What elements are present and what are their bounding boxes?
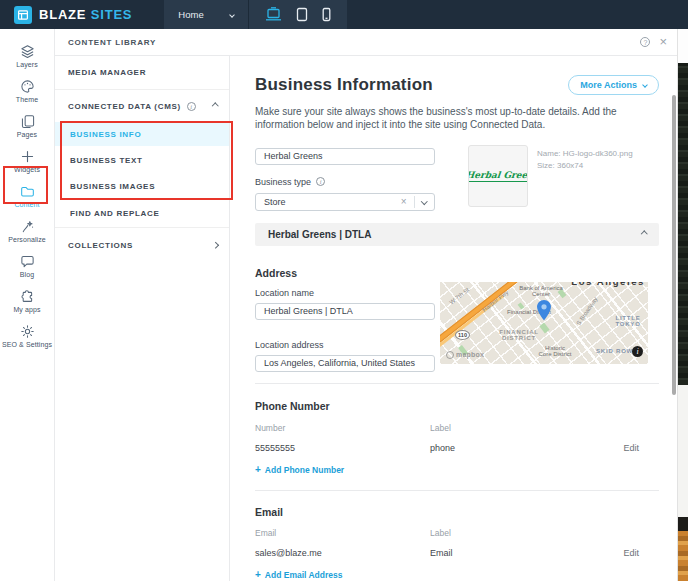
modal-title: CONTENT LIBRARY — [68, 38, 156, 47]
pages-icon — [20, 114, 35, 129]
content-library-nav: MEDIA MANAGER CONNECTED DATA (CMS) i BUS… — [55, 56, 230, 581]
sidebar-item-pages[interactable]: Pages — [0, 108, 54, 143]
location-accordion[interactable]: Herbal Greens | DTLA — [255, 223, 659, 246]
nav-media-manager[interactable]: MEDIA MANAGER — [55, 56, 229, 90]
brand: BLAZE SITES — [0, 6, 146, 24]
info-icon[interactable]: i — [316, 177, 325, 186]
more-actions-button[interactable]: More Actions — [568, 75, 659, 95]
divider — [255, 383, 659, 384]
plus-icon: + — [255, 571, 261, 579]
email-section: Email Email Label sales@blaze.me Email E… — [255, 506, 659, 581]
sidebar-item-personalize[interactable]: Personalize — [0, 213, 54, 248]
map-city-label: Los Angeles — [571, 282, 645, 287]
help-icon[interactable]: ? — [640, 37, 650, 47]
sidebar-item-blog[interactable]: Blog — [0, 248, 54, 283]
chevron-down-icon — [421, 198, 427, 204]
brand-name: BLAZE SITES — [39, 7, 132, 22]
mapbox-attribution: mapbox — [446, 351, 484, 359]
map-poi-label: Historic Core District — [538, 345, 572, 358]
page-selector-label: Home — [178, 9, 203, 20]
info-icon[interactable]: i — [187, 102, 196, 111]
email-edit-link[interactable]: Edit — [623, 548, 659, 558]
map-info-icon[interactable]: i — [632, 346, 643, 357]
add-email-address-button[interactable]: + Add Email Address — [255, 570, 342, 580]
divider — [255, 490, 659, 491]
plus-icon: + — [255, 466, 261, 474]
email-label-value: Email — [430, 548, 605, 558]
map-area-label: LITTLE TOKYO — [610, 315, 646, 328]
email-heading: Email — [255, 506, 659, 518]
email-address-value: sales@blaze.me — [255, 548, 430, 558]
business-name-input[interactable] — [255, 148, 435, 165]
brand-logo-icon — [14, 6, 32, 24]
sidebar-item-my-apps[interactable]: My apps — [0, 283, 54, 318]
phone-col-number: Number — [255, 423, 430, 433]
location-address-input[interactable] — [255, 355, 435, 372]
chevron-up-icon — [641, 231, 647, 237]
route-110-shield: 110 — [455, 330, 470, 340]
nav-business-info[interactable]: BUSINESS INFO — [55, 122, 229, 146]
speech-bubble-icon — [20, 254, 35, 269]
mapbox-logo-icon — [446, 351, 454, 359]
map-poi-label: Bank of America Center — [518, 285, 564, 298]
close-icon[interactable]: × — [659, 37, 667, 47]
business-type-select[interactable]: Store × — [255, 193, 435, 211]
logo-file-size: Size: 360x74 — [537, 160, 633, 172]
page-title: Business Information — [255, 75, 433, 95]
nav-find-and-replace[interactable]: FIND AND REPLACE — [55, 200, 229, 228]
sidebar-item-seo-settings[interactable]: SEO & Settings — [0, 318, 54, 353]
tablet-preview-icon[interactable] — [296, 7, 308, 22]
editor-sidebar-rail: Layers Theme Pages Widgets — [0, 29, 55, 581]
business-type-value: Store — [264, 197, 286, 207]
map-street-label: S Broadway — [575, 296, 598, 326]
phone-section: Phone Number Number Label 55555555 phone… — [255, 400, 659, 477]
phone-label-value: phone — [430, 443, 605, 453]
map-area-label: SKID ROW — [596, 348, 633, 355]
sidebar-item-theme[interactable]: Theme — [0, 73, 54, 108]
nav-collections[interactable]: COLLECTIONS — [55, 228, 229, 262]
email-col-email: Email — [255, 528, 430, 538]
theme-palette-icon — [20, 79, 35, 94]
content-library-modal: Layers Theme Pages Widgets — [0, 29, 678, 581]
map-pin-icon — [537, 300, 551, 325]
email-col-label: Label — [430, 528, 605, 538]
business-logo-thumbnail[interactable]: ✿Herbal Greens — [468, 145, 528, 207]
mobile-preview-icon[interactable] — [322, 7, 331, 22]
underlying-site-preview — [677, 29, 688, 581]
chevron-right-icon — [212, 242, 218, 248]
address-section: Address Location name Location address L… — [255, 246, 659, 372]
gear-icon — [20, 324, 35, 339]
chevron-down-icon — [642, 82, 648, 88]
nav-connected-data-header[interactable]: CONNECTED DATA (CMS) i — [55, 90, 229, 122]
phone-number-value: 55555555 — [255, 443, 430, 453]
logo-metadata: Name: HG-logo-dk360.png Size: 360x74 — [537, 145, 633, 211]
clear-icon[interactable]: × — [401, 196, 414, 207]
nav-business-text[interactable]: BUSINESS TEXT — [55, 146, 229, 174]
description-text: Make sure your site always shows the bus… — [255, 105, 659, 131]
sidebar-item-widgets[interactable]: Widgets — [0, 143, 54, 178]
phone-row: 55555555 phone Edit — [255, 433, 659, 453]
map-area-label: FINANCIAL DISTRICT — [498, 329, 540, 342]
add-phone-number-button[interactable]: + Add Phone Number — [255, 465, 344, 475]
business-information-panel: Business Information More Actions Make s… — [230, 56, 677, 581]
folder-icon — [20, 184, 35, 199]
personalize-wand-icon — [20, 219, 35, 234]
address-heading: Address — [255, 267, 659, 279]
logo-file-name: Name: HG-logo-dk360.png — [537, 148, 633, 160]
location-map[interactable]: Los Angeles W 7th St Harbor Fwy Bank of … — [440, 282, 648, 364]
sidebar-item-content[interactable]: Content — [0, 178, 54, 213]
email-row: sales@blaze.me Email Edit — [255, 538, 659, 558]
location-name-input[interactable] — [255, 303, 435, 320]
chevron-down-icon — [229, 12, 235, 18]
phone-col-label: Label — [430, 423, 605, 433]
puzzle-icon — [20, 289, 35, 304]
page-selector-dropdown[interactable]: Home — [164, 0, 248, 29]
map-street-label: W 7th St — [448, 286, 470, 305]
sidebar-item-layers[interactable]: Layers — [0, 38, 54, 73]
desktop-preview-icon[interactable] — [265, 7, 282, 22]
nav-business-images[interactable]: BUSINESS IMAGES — [55, 174, 229, 198]
modal-header: CONTENT LIBRARY ? × — [55, 29, 677, 56]
chevron-up-icon — [212, 103, 218, 109]
phone-edit-link[interactable]: Edit — [623, 443, 659, 453]
vertical-scrollbar[interactable] — [672, 95, 676, 395]
